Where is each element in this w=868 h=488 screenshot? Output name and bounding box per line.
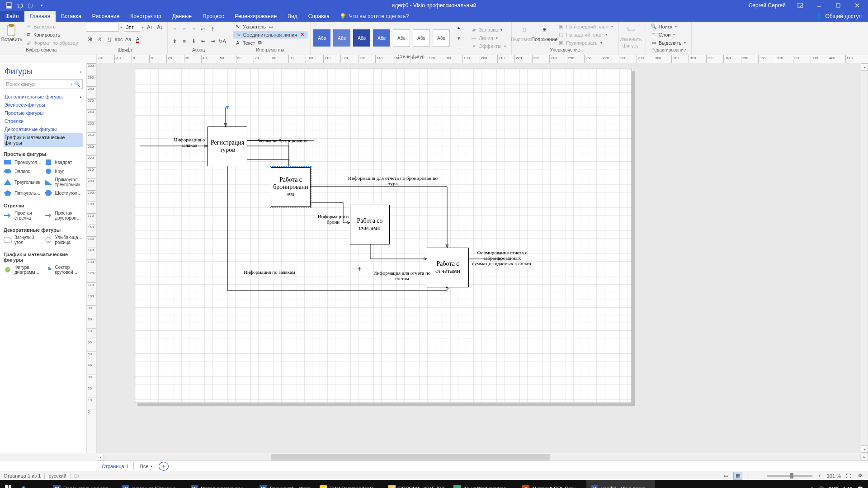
qat-customize-icon[interactable]: ▾ bbox=[38, 2, 45, 9]
copy-button[interactable]: ⧉Копировать bbox=[24, 31, 80, 38]
shape-master[interactable]: Прямоугол… bbox=[3, 158, 43, 167]
share-button[interactable]: 👤 Общий доступ bbox=[809, 11, 868, 22]
style-swatch[interactable]: Абв bbox=[433, 29, 450, 47]
align-center-icon[interactable]: ≡ bbox=[180, 24, 189, 33]
underline-button[interactable]: Ч bbox=[105, 35, 114, 44]
line-button[interactable]: —Линия▾ bbox=[469, 34, 509, 42]
shape-master[interactable]: Круг bbox=[43, 167, 84, 176]
start-button[interactable] bbox=[0, 480, 16, 488]
select-button[interactable]: ▭Выделить▾ bbox=[649, 39, 689, 47]
taskbar-item[interactable]: 📁CCCOMA_X64F (D:) bbox=[384, 480, 449, 488]
chevron-down-icon[interactable]: ▾ bbox=[119, 25, 123, 29]
paste-button[interactable]: Вставить bbox=[3, 23, 21, 43]
redo-icon[interactable] bbox=[27, 2, 34, 9]
page-tab-all[interactable]: Все▴ bbox=[136, 462, 157, 470]
dropdown-icon[interactable]: ▾ bbox=[71, 82, 72, 86]
position-button[interactable]: ⊞Положение bbox=[535, 23, 553, 43]
increase-font-icon[interactable]: A↑ bbox=[146, 23, 155, 32]
diagram-node-reports[interactable]: Работа с отчетами bbox=[427, 248, 469, 287]
diagram-node-registration[interactable]: Регистрация туров bbox=[208, 127, 247, 166]
zoom-slider[interactable] bbox=[767, 475, 812, 477]
zoom-out-icon[interactable]: − bbox=[755, 471, 764, 480]
close-button[interactable] bbox=[848, 0, 866, 11]
align-left-icon[interactable]: ≡ bbox=[170, 24, 179, 33]
presentation-mode-icon[interactable]: ▭ bbox=[722, 472, 731, 480]
taskbar-item[interactable]: Wкурсач пз [Режим ог… bbox=[118, 480, 186, 488]
decrease-font-icon[interactable]: A↓ bbox=[156, 23, 165, 32]
scroll-thumb[interactable] bbox=[271, 454, 551, 460]
tray-language[interactable]: РУС bbox=[829, 486, 839, 488]
case-button[interactable]: Aa bbox=[124, 35, 133, 44]
zoom-thumb[interactable] bbox=[790, 473, 793, 479]
horizontal-scrollbar[interactable]: ◂ ▸ bbox=[97, 453, 868, 461]
undo-icon[interactable] bbox=[16, 2, 24, 9]
shape-master[interactable]: Сектор круговой … bbox=[43, 263, 84, 276]
scroll-left-icon[interactable]: ◂ bbox=[97, 454, 104, 461]
send-back-button[interactable]: ▢На задний план▾ bbox=[556, 31, 616, 38]
tab-insert[interactable]: Вставка bbox=[56, 11, 87, 22]
style-gallery[interactable]: Абв Абв Абв Абв Абв Абв Абв bbox=[313, 29, 450, 47]
shape-master[interactable]: Шестиугол… bbox=[43, 188, 84, 197]
tab-home[interactable]: Главная bbox=[24, 11, 56, 22]
stencil-item-active[interactable]: График и математические фигуры bbox=[4, 133, 83, 147]
canvas[interactable]: Регистрация туров Работа с бронировани е… bbox=[97, 63, 868, 453]
cut-button[interactable]: ✂Вырезать bbox=[24, 23, 80, 30]
taskview-button[interactable]: ▭▭ bbox=[33, 480, 49, 488]
format-painter-button[interactable]: 🖌Формат по образцу bbox=[24, 39, 80, 47]
bullets-icon[interactable]: •≡ bbox=[199, 24, 208, 33]
scroll-up-icon[interactable]: ▴ bbox=[861, 63, 868, 70]
page-tab-1[interactable]: Страница-1 bbox=[97, 462, 134, 470]
valign-bot-icon[interactable]: ⬇ bbox=[189, 37, 198, 46]
rect-tool-icon[interactable]: ▭ bbox=[268, 23, 274, 30]
taskbar-item[interactable]: WПояснительная запи… bbox=[49, 480, 118, 488]
control-handle-icon[interactable]: ▼ bbox=[225, 104, 230, 111]
scroll-right-icon[interactable]: ▸ bbox=[861, 454, 868, 461]
tray-volume-icon[interactable]: 🔊 bbox=[818, 486, 824, 488]
text-rotate-icon[interactable]: ↻A bbox=[218, 37, 227, 46]
shape-master[interactable]: Эллипс bbox=[3, 167, 43, 176]
shape-master[interactable]: Квадрат bbox=[43, 158, 84, 167]
find-button[interactable]: 🔍Поиск▾ bbox=[649, 23, 689, 30]
style-swatch[interactable]: Абв bbox=[333, 29, 350, 47]
save-icon[interactable] bbox=[5, 2, 13, 9]
pointer-tool[interactable]: ↖Указатель▭ bbox=[233, 23, 276, 30]
taskbar-item[interactable]: WМетодические реко… bbox=[186, 480, 255, 488]
shape-master[interactable]: Загнутый угол bbox=[3, 234, 43, 246]
vertical-scrollbar[interactable]: ▴ ▾ bbox=[861, 63, 868, 453]
fit-window-icon[interactable]: ⛶ bbox=[844, 472, 853, 480]
line-spacing-icon[interactable]: ‡ bbox=[208, 24, 217, 33]
taskbar-item[interactable]: ⚙Microsoft SQL Server … bbox=[518, 480, 586, 488]
text-tool[interactable]: AТекст⧉ bbox=[233, 39, 265, 47]
search-icon[interactable]: 🔍 bbox=[74, 81, 80, 87]
zoom-in-icon[interactable]: + bbox=[815, 471, 824, 480]
group-button[interactable]: ▣Группировать▾ bbox=[556, 39, 616, 47]
style-swatch[interactable]: Абв bbox=[393, 29, 410, 47]
font-color-button[interactable]: A bbox=[133, 35, 142, 44]
add-page-button[interactable]: ＋ bbox=[159, 462, 169, 471]
bring-front-button[interactable]: ▣На передний план▾ bbox=[556, 23, 616, 30]
valign-mid-icon[interactable]: ≡ bbox=[180, 37, 189, 46]
connect-plus-icon[interactable]: ⧉ bbox=[257, 40, 263, 46]
more-shapes-item[interactable]: Дополнительные фигуры▸ bbox=[4, 93, 83, 101]
tab-design[interactable]: Конструктор bbox=[125, 11, 166, 22]
scroll-down-icon[interactable]: ▾ bbox=[861, 446, 868, 453]
collapse-panel-icon[interactable]: ‹ bbox=[80, 69, 82, 75]
taskbar-item[interactable]: Vидеф0 - Visio профес… bbox=[586, 480, 655, 488]
gallery-down-icon[interactable]: ▾ bbox=[454, 33, 463, 42]
chevron-down-icon[interactable]: ▾ bbox=[141, 25, 145, 29]
tab-view[interactable]: Вид bbox=[282, 11, 303, 22]
taskbar-item[interactable]: 🌐An untitled mindmap… bbox=[449, 480, 518, 488]
zoom-value[interactable]: 101 % bbox=[827, 473, 841, 479]
maximize-button[interactable] bbox=[829, 0, 847, 11]
tray-chevron-icon[interactable]: ˄ bbox=[811, 486, 813, 488]
stencil-item[interactable]: Простые фигуры bbox=[4, 109, 83, 117]
indent-dec-icon[interactable]: ⇤ bbox=[199, 37, 208, 46]
tray-clock[interactable]: 1:19 bbox=[843, 486, 853, 488]
strike-button[interactable]: abc bbox=[114, 35, 123, 44]
tab-help[interactable]: Справка bbox=[303, 11, 335, 22]
shape-master[interactable]: Пятиуголь… bbox=[3, 188, 43, 197]
stencil-item[interactable]: Декоративные фигуры bbox=[4, 125, 83, 133]
stencil-item[interactable]: Стрелки bbox=[4, 117, 83, 125]
shapes-search-input[interactable]: Поиск фигур ▾ 🔍 bbox=[4, 79, 83, 89]
macro-record-icon[interactable]: ▢ bbox=[74, 473, 79, 479]
